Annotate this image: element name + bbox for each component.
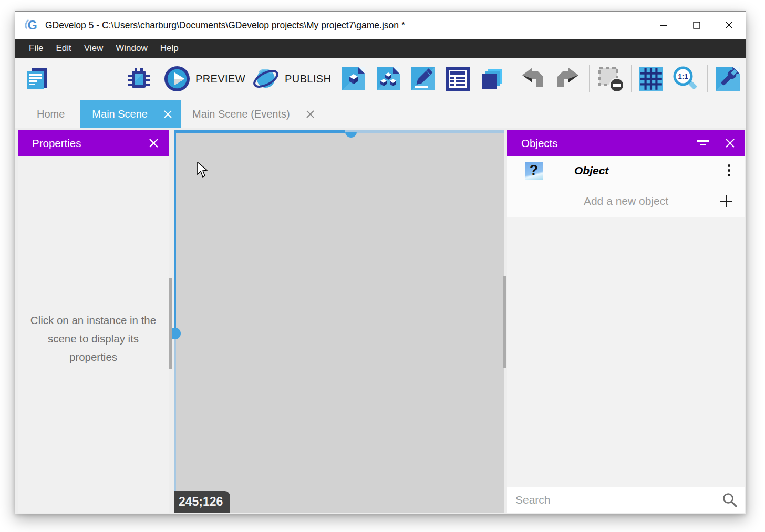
filter-icon — [697, 140, 710, 147]
plus-icon — [719, 194, 733, 210]
kebab-icon — [728, 164, 730, 167]
mouse-cursor-icon — [197, 162, 208, 178]
events-list-button[interactable] — [445, 66, 470, 91]
publish-label: PUBLISH — [285, 73, 331, 85]
zoom-1-1-icon: 1:1 — [672, 65, 699, 92]
clear-selection-icon — [597, 65, 624, 92]
tab-main-scene[interactable]: Main Scene — [80, 100, 181, 128]
properties-close-button[interactable] — [149, 138, 159, 148]
toolbar: PREVIEW PUBLISH — [15, 58, 746, 100]
objects-editor-button[interactable] — [341, 66, 366, 91]
close-button[interactable] — [713, 12, 746, 39]
toolbar-separator — [631, 65, 632, 92]
minimize-icon — [660, 22, 668, 29]
minimize-button[interactable] — [648, 12, 680, 39]
publish-button[interactable]: PUBLISH — [252, 65, 331, 92]
add-object-button[interactable]: Add a new object — [507, 185, 745, 217]
preview-button[interactable]: PREVIEW — [164, 66, 245, 92]
objects-close-button[interactable] — [725, 138, 735, 148]
close-icon — [725, 138, 735, 148]
object-groups-icon — [376, 66, 401, 91]
tab-close-icon[interactable] — [306, 110, 315, 119]
redo-button[interactable] — [555, 66, 581, 91]
undo-button[interactable] — [520, 66, 545, 91]
tab-close-icon[interactable] — [163, 110, 172, 119]
menu-file[interactable]: File — [23, 39, 49, 58]
close-icon — [149, 138, 159, 148]
search-input[interactable] — [514, 493, 722, 507]
divider-segment — [174, 130, 176, 328]
menu-view[interactable]: View — [78, 39, 110, 58]
debugger-button[interactable] — [126, 66, 151, 91]
object-menu-button[interactable] — [726, 162, 732, 179]
object-list-item[interactable]: ? Object — [507, 156, 745, 185]
add-object-label: Add a new object — [584, 195, 668, 207]
menu-window[interactable]: Window — [109, 39, 153, 58]
canvas-right-scrollbar[interactable] — [503, 276, 506, 368]
objects-panel-header: Objects — [507, 130, 745, 156]
tab-main-scene-label: Main Scene — [92, 108, 148, 120]
horizontal-divider-handle[interactable] — [345, 132, 357, 138]
gdevelop-logo-icon: G — [24, 17, 39, 33]
kebab-icon — [728, 174, 730, 176]
objects-panel: Objects ? Object Add a new object — [507, 130, 745, 513]
properties-panel: Properties Click on an instance in the s… — [18, 130, 169, 513]
objects-search-bar — [507, 487, 745, 513]
clear-selection-button[interactable] — [597, 65, 624, 92]
menu-help[interactable]: Help — [154, 39, 185, 58]
preview-play-icon — [164, 66, 190, 92]
kebab-icon — [728, 169, 730, 172]
window-controls — [648, 12, 746, 39]
horizontal-split-divider[interactable] — [174, 130, 504, 133]
objects-list-empty-area — [507, 217, 745, 487]
title-bar: G GDevelop 5 - C:\Users\charburg\Documen… — [15, 12, 746, 39]
instances-list-icon — [480, 66, 505, 91]
tab-bar: Home Main Scene Main Scene (Events) — [15, 100, 746, 128]
divider-segment — [174, 130, 345, 133]
object-groups-button[interactable] — [376, 66, 401, 91]
toolbar-separator — [707, 65, 708, 92]
objects-filter-button[interactable] — [697, 140, 710, 147]
preview-label: PREVIEW — [195, 73, 245, 85]
instances-list-button[interactable] — [480, 66, 505, 91]
toolbar-separator — [589, 65, 590, 92]
gdevelop-window: G GDevelop 5 - C:\Users\charburg\Documen… — [15, 11, 746, 514]
svg-text:1:1: 1:1 — [678, 72, 688, 80]
tab-main-scene-events-label: Main Scene (Events) — [192, 108, 290, 120]
scene-canvas[interactable]: 245;126 — [174, 130, 504, 513]
scene-properties-button[interactable] — [410, 66, 436, 91]
toolbar-separator — [513, 65, 513, 92]
undo-icon — [520, 66, 545, 91]
object-thumbnail-icon: ? — [525, 162, 543, 180]
tools-wrench-icon — [715, 66, 741, 92]
properties-panel-header: Properties — [18, 130, 169, 156]
properties-panel-body: Click on an instance in the scene to dis… — [18, 156, 169, 513]
tab-home-label: Home — [37, 108, 65, 120]
menu-edit[interactable]: Edit — [49, 39, 77, 58]
object-name: Object — [574, 164, 608, 177]
editor-content: Properties Click on an instance in the s… — [15, 128, 746, 514]
maximize-button[interactable] — [680, 12, 713, 39]
cursor-coordinates-badge: 245;126 — [174, 491, 230, 513]
tab-main-scene-events[interactable]: Main Scene (Events) — [181, 100, 323, 128]
events-list-icon — [445, 66, 470, 91]
zoom-1-1-button[interactable]: 1:1 — [672, 65, 699, 92]
search-icon — [722, 492, 738, 508]
objects-editor-icon — [341, 66, 366, 91]
project-manager-button[interactable] — [25, 66, 50, 91]
open-tools-button[interactable] — [715, 66, 741, 92]
tab-home[interactable]: Home — [21, 100, 80, 128]
scene-properties-icon — [410, 66, 436, 91]
close-icon — [725, 21, 733, 29]
divider-segment — [174, 328, 176, 513]
debugger-icon — [126, 66, 151, 91]
project-manager-icon — [25, 66, 50, 91]
svg-text:G: G — [28, 18, 37, 32]
toggle-grid-button[interactable] — [638, 66, 664, 92]
window-title: GDevelop 5 - C:\Users\charburg\Documents… — [45, 20, 405, 31]
vertical-split-divider[interactable] — [174, 130, 176, 513]
menu-bar: File Edit View Window Help — [15, 39, 746, 58]
divider-segment — [345, 130, 504, 133]
canvas-left-scrollbar[interactable] — [169, 278, 172, 369]
properties-empty-message: Click on an instance in the scene to dis… — [27, 311, 160, 366]
